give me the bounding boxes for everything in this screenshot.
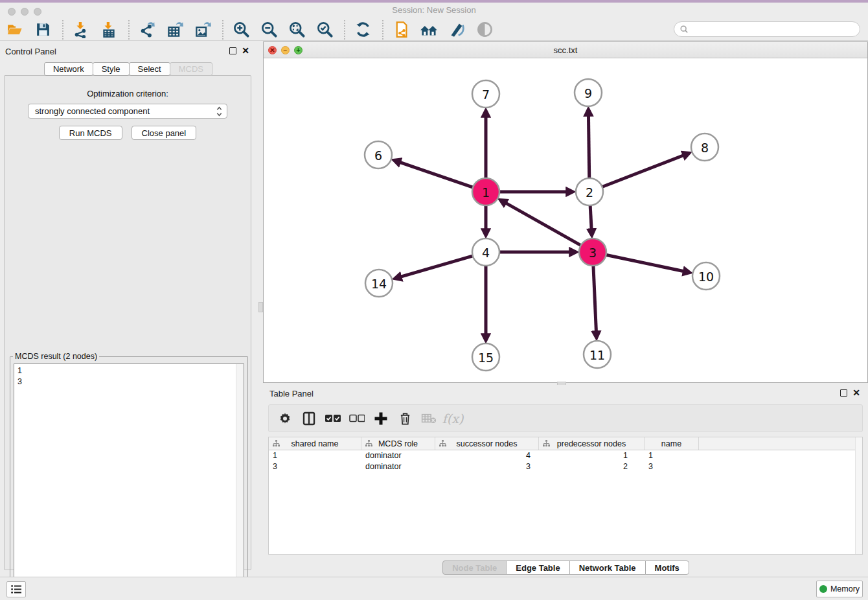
open-file-icon[interactable]: [5, 20, 25, 40]
show-column-panel-icon[interactable]: [301, 410, 317, 427]
export-table-icon[interactable]: [165, 20, 185, 40]
task-history-button[interactable]: [6, 581, 26, 597]
table-cell[interactable]: 3: [435, 461, 539, 472]
tab-style[interactable]: Style: [93, 62, 130, 76]
first-neighbors-icon[interactable]: [419, 20, 439, 40]
table-row[interactable]: 1dominator411: [269, 450, 862, 461]
graph-node-4[interactable]: 4: [472, 238, 499, 266]
format-network-icon[interactable]: [447, 20, 466, 40]
graph-edge-2-3[interactable]: [590, 203, 591, 229]
zoom-fit-icon[interactable]: [287, 20, 306, 40]
table-cell[interactable]: 2: [539, 461, 645, 472]
zoom-in-icon[interactable]: [231, 20, 251, 40]
apply-layout-icon[interactable]: [353, 20, 372, 40]
graph-node-9[interactable]: 9: [575, 79, 602, 106]
graph-node-14[interactable]: 14: [365, 270, 393, 297]
table-cell[interactable]: dominator: [361, 450, 435, 461]
memory-label: Memory: [830, 584, 860, 594]
column-header-successor-nodes[interactable]: successor nodes: [435, 437, 539, 450]
graph-edge-3-11[interactable]: [593, 264, 597, 331]
graph-edge-3-10[interactable]: [604, 255, 683, 271]
table-toolbar: f(x): [268, 404, 863, 432]
hide-selected-icon[interactable]: [475, 20, 494, 40]
table-cell[interactable]: 1: [269, 450, 361, 461]
tab-network[interactable]: Network: [44, 62, 93, 76]
graph-node-8[interactable]: 8: [691, 133, 718, 161]
delete-columns-icon[interactable]: [396, 410, 413, 427]
import-network-icon[interactable]: [71, 20, 91, 40]
table-panel: Table Panel ✕ f(x) shared nameMCDS roles…: [263, 385, 868, 575]
close-panel-button[interactable]: Close panel: [131, 126, 197, 140]
table-cell[interactable]: 3: [645, 461, 699, 472]
table-cell[interactable]: 1: [539, 450, 645, 461]
function-builder-icon[interactable]: f(x): [444, 410, 461, 427]
table-cell[interactable]: 3: [269, 461, 361, 472]
mcds-result-textarea[interactable]: 13: [14, 363, 244, 595]
graph-node-7[interactable]: 7: [472, 80, 499, 108]
graph-node-3[interactable]: 3: [579, 238, 606, 266]
graph-node-1[interactable]: 1: [472, 178, 499, 205]
graph-node-6[interactable]: 6: [365, 141, 392, 168]
toolbar-separator: [128, 20, 130, 40]
tab-node-table[interactable]: Node Table: [442, 560, 507, 575]
copy-network-icon[interactable]: [391, 20, 411, 40]
network-canvas[interactable]: 7968124314101511: [264, 58, 867, 382]
table-cell[interactable]: 1: [645, 450, 699, 461]
run-mcds-button[interactable]: Run MCDS: [59, 126, 122, 140]
export-image-icon[interactable]: [193, 20, 212, 40]
graph-edge-4-14[interactable]: [402, 255, 475, 277]
column-header-label: successor nodes: [457, 439, 518, 448]
table-options-gear-icon[interactable]: [277, 410, 293, 427]
column-header-MCDS-role[interactable]: MCDS role: [361, 437, 435, 450]
graph-node-10[interactable]: 10: [692, 262, 720, 290]
import-table-icon[interactable]: [99, 20, 119, 40]
column-header-predecessor-nodes[interactable]: predecessor nodes: [539, 437, 645, 450]
search-field[interactable]: [674, 21, 860, 37]
column-header-name[interactable]: name: [645, 437, 699, 450]
graph-edge-2-9[interactable]: [588, 116, 589, 180]
export-network-icon[interactable]: [137, 20, 157, 40]
graph-node-15[interactable]: 15: [472, 343, 499, 371]
table-panel-close-icon[interactable]: ✕: [852, 387, 860, 398]
network-graph[interactable]: 7968124314101511: [264, 58, 867, 382]
mcds-result-group: MCDS result (2 nodes) 13: [10, 352, 248, 599]
zoom-selected-icon[interactable]: [315, 20, 334, 40]
horizontal-splitter-handle[interactable]: [258, 302, 263, 312]
control-panel-close-icon[interactable]: ✕: [242, 45, 249, 56]
table-row[interactable]: 3dominator323: [269, 461, 862, 472]
search-input[interactable]: [692, 25, 860, 34]
column-header-shared-name[interactable]: shared name: [269, 437, 361, 450]
zoom-out-icon[interactable]: [259, 20, 279, 40]
table-panel-float-icon[interactable]: [840, 389, 847, 397]
tab-edge-table[interactable]: Edge Table: [506, 560, 569, 575]
app-title: Session: New Session: [0, 5, 868, 15]
graph-edge-2-8[interactable]: [600, 156, 683, 187]
toolbar-separator: [344, 20, 345, 40]
graph-node-label: 3: [589, 246, 597, 260]
tab-mcds[interactable]: MCDS: [170, 62, 212, 76]
table-cell[interactable]: dominator: [361, 461, 435, 472]
graph-node-label: 4: [482, 246, 490, 260]
graph-edge-1-6[interactable]: [400, 163, 475, 188]
unselect-all-columns-icon[interactable]: [348, 410, 365, 427]
toolbar-separator: [222, 20, 223, 40]
select-all-columns-icon[interactable]: [325, 410, 341, 427]
graph-node-11[interactable]: 11: [584, 341, 611, 368]
optimization-criterion-dropdown[interactable]: strongly connected component: [28, 104, 227, 119]
graph-edge-3-1[interactable]: [506, 203, 582, 246]
tab-motifs[interactable]: Motifs: [645, 560, 689, 575]
control-panel-float-icon[interactable]: [229, 47, 236, 54]
graph-node-2[interactable]: 2: [576, 178, 603, 205]
memory-button[interactable]: Memory: [816, 581, 863, 597]
result-scrollbar[interactable]: [236, 364, 244, 595]
table-scrollbar[interactable]: [855, 437, 862, 554]
tab-network-table[interactable]: Network Table: [569, 560, 646, 575]
task-list-icon: [11, 584, 22, 594]
table-cell[interactable]: 4: [435, 450, 539, 461]
tab-select[interactable]: Select: [129, 62, 170, 76]
delete-table-icon[interactable]: [420, 410, 437, 427]
create-column-icon[interactable]: [372, 410, 389, 427]
graph-node-label: 9: [584, 86, 592, 100]
network-window-titlebar[interactable]: ✕ − + scc.txt: [264, 42, 867, 58]
save-session-icon[interactable]: [33, 20, 52, 40]
